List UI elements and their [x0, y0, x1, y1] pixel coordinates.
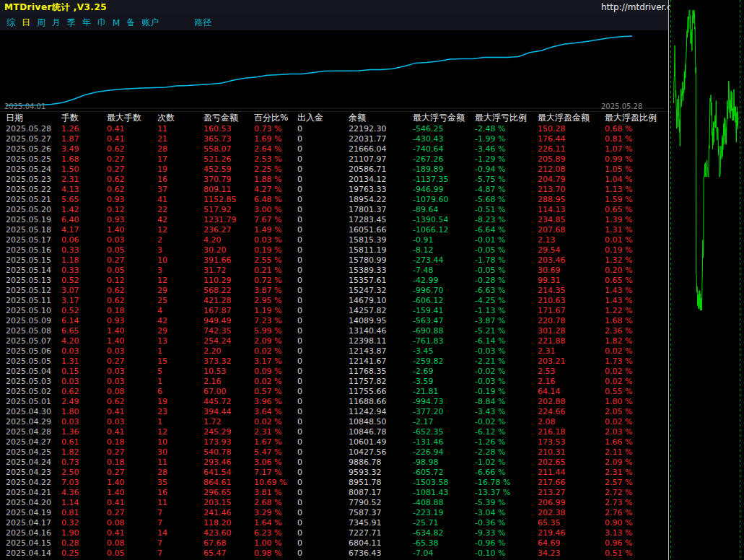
table-row[interactable]: 2025.04.301.800.4123394.443.64 %011242.9…	[0, 407, 668, 417]
table-row[interactable]: 2025.05.140.330.05331.720.21 %015389.33-…	[0, 266, 668, 276]
table-row[interactable]: 2025.05.241.500.2719452.592.25 %020586.7…	[0, 165, 668, 175]
cell: 21666.04	[349, 144, 413, 154]
table-row[interactable]: 2025.05.271.870.4121365.731.69 %022031.7…	[0, 134, 668, 144]
cell: 19	[157, 397, 203, 407]
table-row[interactable]: 2025.05.074.201.4013254.242.09 %012398.1…	[0, 336, 668, 346]
cell: 0	[297, 356, 349, 367]
cell: 0.02 %	[254, 346, 297, 356]
table-row[interactable]: 2025.04.281.360.4112245.292.31 %010846.7…	[0, 427, 668, 437]
cell: 2.31	[61, 175, 107, 185]
cell: 2025.05.15	[6, 255, 61, 266]
table-row[interactable]: 2025.05.170.060.0324.200.03 %015815.39-0…	[0, 235, 668, 245]
cell: 0.05	[107, 266, 157, 276]
cell: 0	[297, 437, 349, 447]
app-window: MTDriver统计 ,V3.25 http://mtdriver.cn 综日周…	[0, 0, 744, 560]
table-row[interactable]: 2025.04.150.280.08767.681.00 %06804.11-6…	[0, 538, 668, 548]
cell: -1137.35	[413, 175, 475, 185]
table-row[interactable]: 2025.05.281.260.4111160.530.73 %022192.3…	[0, 124, 668, 134]
menu-item-2[interactable]: 日	[22, 17, 30, 29]
cell: 0.62	[107, 185, 157, 195]
table-row[interactable]: 2025.05.184.171.4012236.271.49 %016051.6…	[0, 225, 668, 235]
mini-price-chart-svg	[670, 0, 744, 560]
cell: 0.41	[107, 427, 157, 437]
cell: 1.19 %	[254, 306, 297, 316]
cell: 0.41	[107, 407, 157, 417]
table-row[interactable]: 2025.05.130.520.1212110.290.72 %015357.6…	[0, 276, 668, 286]
site-url-link[interactable]: http://mtdriver.cn	[601, 2, 677, 12]
table-row[interactable]: 2025.05.123.070.6229568.223.87 %015247.3…	[0, 286, 668, 296]
table-row[interactable]: 2025.05.196.400.93421231.797.67 %017283.…	[0, 215, 668, 225]
cell: -89.64	[413, 205, 475, 215]
cell: 10	[157, 437, 203, 447]
cell: 2.16	[538, 377, 605, 387]
cell: 1.31 %	[605, 225, 668, 235]
table-row[interactable]: 2025.05.096.140.9342949.497.23 %014089.9…	[0, 316, 668, 326]
table-row[interactable]: 2025.04.140.250.05765.470.98 %06736.43-7…	[0, 548, 668, 559]
cell: 3.06 %	[254, 458, 297, 468]
table-row[interactable]: 2025.05.263.490.6228558.072.64 %021666.0…	[0, 144, 668, 154]
menu-item-4[interactable]: 月	[52, 17, 61, 29]
table-row[interactable]: 2025.05.160.330.05330.200.19 %015811.19-…	[0, 245, 668, 255]
table-row[interactable]: 2025.05.086.651.4029742.355.99 %013140.4…	[0, 326, 668, 336]
table-row[interactable]: 2025.05.030.030.0312.160.02 %011757.82-3…	[0, 377, 668, 387]
table-row[interactable]: 2025.05.051.310.2715373.323.17 %012141.6…	[0, 356, 668, 367]
cell: 0.81 %	[605, 134, 668, 144]
cell: 206.99	[538, 498, 605, 508]
table-row[interactable]: 2025.05.224.130.6237809.114.27 %019763.3…	[0, 185, 668, 195]
menu-item-10[interactable]: 账户	[141, 17, 159, 29]
cell: 0.02 %	[605, 346, 668, 356]
cell: 12	[157, 427, 203, 437]
table-row[interactable]: 2025.04.290.030.0311.720.02 %010848.50-2…	[0, 417, 668, 427]
table-row[interactable]: 2025.05.040.150.03510.530.09 %011768.35-…	[0, 367, 668, 377]
table-row[interactable]: 2025.05.201.420.1222517.923.00 %017801.3…	[0, 205, 668, 215]
menu-item-6[interactable]: 年	[82, 17, 91, 29]
cell: 0.27	[107, 154, 157, 165]
cell: 10427.56	[349, 447, 413, 458]
cell: 0	[297, 478, 349, 488]
table-row[interactable]: 2025.04.227.031.4035864.6110.69 %08951.7…	[0, 478, 668, 488]
menu-item-7[interactable]: 巾	[97, 17, 106, 29]
column-header-1: 日期	[6, 112, 61, 124]
cell: -0.91	[413, 235, 475, 245]
table-row[interactable]: 2025.04.251.820.2730540.785.47 %010427.5…	[0, 447, 668, 458]
cell: 0.03	[107, 346, 157, 356]
cell: 167.87	[203, 306, 254, 316]
menu-item-8[interactable]: M	[113, 18, 120, 28]
table-row[interactable]: 2025.05.251.680.2717521.262.53 %021107.9…	[0, 154, 668, 165]
table-row[interactable]: 2025.05.113.170.6225421.282.95 %014679.1…	[0, 296, 668, 306]
cell: 10	[157, 255, 203, 266]
menu-item-9[interactable]: 备	[126, 17, 135, 29]
menu-item-path[interactable]: 路径	[194, 17, 211, 29]
menu-item-1[interactable]: 综	[6, 17, 15, 29]
cell: 0	[297, 266, 349, 276]
cell: -2.21 %	[475, 356, 538, 367]
table-row[interactable]: 2025.04.201.140.4111203.152.68 %07790.52…	[0, 498, 668, 508]
cell: 0	[297, 195, 349, 205]
cell: 236.27	[203, 225, 254, 235]
cell: 11688.66	[349, 397, 413, 407]
menu-item-3[interactable]: 周	[37, 17, 45, 29]
table-row[interactable]: 2025.05.012.490.6219445.723.96 %011688.6…	[0, 397, 668, 407]
menu-item-5[interactable]: 季	[67, 17, 76, 29]
cell: 6.65	[61, 326, 107, 336]
table-row[interactable]: 2025.04.232.500.2728641.547.17 %09593.32…	[0, 468, 668, 478]
cell: 245.29	[203, 427, 254, 437]
table-row[interactable]: 2025.04.240.730.1811293.463.06 %09886.78…	[0, 458, 668, 468]
table-row[interactable]: 2025.04.170.320.087118.201.64 %07345.91-…	[0, 518, 668, 528]
cell: 0.09 %	[254, 367, 297, 377]
cell: -0.05 %	[475, 266, 538, 276]
table-row[interactable]: 2025.04.190.810.277241.463.29 %07587.37-…	[0, 508, 668, 518]
table-row[interactable]: 2025.04.161.900.4114423.606.23 %07227.71…	[0, 528, 668, 538]
table-row[interactable]: 2025.05.232.310.6216370.791.88 %020134.1…	[0, 175, 668, 185]
table-row[interactable]: 2025.05.100.520.184167.871.19 %014257.82…	[0, 306, 668, 316]
cell: -946.99	[413, 185, 475, 195]
table-row[interactable]: 2025.05.151.180.2710391.662.55 %015780.9…	[0, 255, 668, 266]
table-row[interactable]: 2025.05.020.620.08667.000.57 %011755.66-…	[0, 387, 668, 397]
table-row[interactable]: 2025.04.214.361.4016296.653.81 %08087.17…	[0, 488, 668, 498]
cell: -634.82	[413, 528, 475, 538]
cell: 7	[157, 518, 203, 528]
cell: 0	[297, 235, 349, 245]
table-row[interactable]: 2025.05.215.650.93411152.856.48 %018954.…	[0, 195, 668, 205]
table-row[interactable]: 2025.04.270.610.1810173.931.67 %010601.4…	[0, 437, 668, 447]
table-row[interactable]: 2025.05.060.030.0312.200.02 %012143.87-3…	[0, 346, 668, 356]
